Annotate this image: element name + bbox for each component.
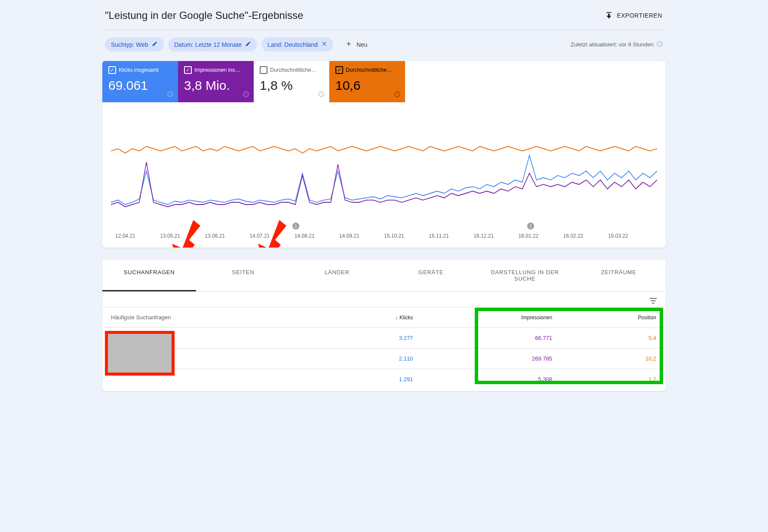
- cell-clicks: 3.277: [320, 328, 422, 349]
- metric-pos[interactable]: Durchschnittliche…10,6?: [329, 61, 405, 102]
- download-icon: [605, 11, 613, 21]
- page-header: "Leistung in der Google Suche"-Ergebniss…: [102, 5, 666, 30]
- metric-label: Klicks insgesamt: [119, 67, 159, 73]
- export-button[interactable]: EXPORTIEREN: [605, 11, 662, 21]
- tabs: SUCHANFRAGENSEITENLÄNDERGERÄTEDARSTELLUN…: [102, 260, 666, 292]
- checkbox-icon: [260, 66, 267, 74]
- help-icon[interactable]: ?: [656, 40, 663, 49]
- help-icon[interactable]: ?: [318, 91, 325, 99]
- chip-label: Datum: Letzte 12 Monate: [174, 41, 242, 48]
- filter-chip[interactable]: Land: Deutschland: [261, 37, 333, 52]
- chart-marker[interactable]: 1: [292, 223, 299, 229]
- cell-position: 1,2: [562, 369, 666, 390]
- sort-down-icon: ↓: [395, 315, 398, 321]
- cell-clicks: 1.291: [320, 369, 422, 390]
- col-position[interactable]: Position: [562, 307, 666, 328]
- close-icon[interactable]: [321, 41, 327, 48]
- checkbox-icon: [184, 66, 192, 74]
- filter-chips: Suchtyp: WebDatum: Letzte 12 MonateLand:…: [105, 37, 372, 52]
- cell-position: 5,4: [562, 328, 666, 349]
- x-tick: 15.11.21: [429, 233, 473, 239]
- metric-impr[interactable]: Impressionen ins…3,8 Mio.?: [178, 61, 254, 102]
- svg-text:?: ?: [659, 42, 661, 46]
- metric-row: Klicks insgesamt69.061?Impressionen ins……: [102, 61, 666, 102]
- cell-impressions: 269.785: [422, 349, 562, 369]
- table-toolbar: [102, 292, 666, 307]
- tab-länder[interactable]: LÄNDER: [290, 260, 384, 291]
- last-updated-label: Zuletzt aktualisiert: vor 8 Stunden: [571, 41, 654, 48]
- svg-text:?: ?: [396, 92, 399, 96]
- results-table-wrap: Häufigste Suchanfragen ↓Klicks Impressio…: [102, 307, 666, 391]
- metric-value: 10,6: [335, 78, 399, 93]
- cell-clicks: 2.110: [320, 349, 422, 369]
- svg-text:?: ?: [320, 92, 323, 96]
- x-tick: 15.10.21: [384, 233, 429, 239]
- page-title: "Leistung in der Google Suche"-Ergebniss…: [105, 9, 303, 21]
- x-tick: 14.08.21: [295, 233, 339, 239]
- last-updated: Zuletzt aktualisiert: vor 8 Stunden ?: [571, 40, 663, 49]
- metric-value: 3,8 Mio.: [184, 78, 248, 93]
- help-icon[interactable]: ?: [394, 91, 401, 99]
- plus-icon: [345, 40, 352, 49]
- edit-icon[interactable]: [152, 41, 158, 48]
- chart-area: [102, 102, 666, 231]
- table-header-row: Häufigste Suchanfragen ↓Klicks Impressio…: [102, 307, 666, 328]
- x-tick: 19.03.22: [608, 233, 653, 239]
- chip-label: Land: Deutschland: [267, 41, 318, 48]
- metric-label: Durchschnittliche…: [346, 67, 392, 73]
- tab-zeiträume[interactable]: ZEITRÄUME: [572, 260, 666, 291]
- cell-position: 10,2: [562, 349, 666, 369]
- svg-text:?: ?: [245, 92, 247, 96]
- filter-icon[interactable]: [648, 296, 658, 307]
- metric-ctr[interactable]: Durchschnittliche…1,8 %?: [254, 61, 329, 102]
- cell-impressions: 5.308: [422, 369, 562, 390]
- performance-chart-card: Klicks insgesamt69.061?Impressionen ins……: [102, 61, 666, 248]
- x-tick: 13.05.21: [160, 233, 205, 239]
- results-card: SUCHANFRAGENSEITENLÄNDERGERÄTEDARSTELLUN…: [102, 260, 666, 391]
- cell-impressions: 66.771: [422, 328, 562, 349]
- col-query[interactable]: Häufigste Suchanfragen: [102, 307, 320, 328]
- chart-marker[interactable]: 1: [527, 223, 534, 229]
- add-filter-label: Neu: [356, 41, 368, 48]
- chart-x-axis: 12.04.2113.05.2113.06.2114.07.2114.08.21…: [102, 231, 666, 248]
- checkbox-icon: [108, 66, 116, 74]
- export-label: EXPORTIEREN: [617, 12, 662, 19]
- table-row[interactable]: 2.110269.78510,2: [102, 349, 666, 369]
- tab-darstellung-in-der-suche[interactable]: DARSTELLUNG IN DER SUCHE: [478, 260, 571, 291]
- add-filter-button[interactable]: Neu: [341, 38, 372, 51]
- x-tick: 13.06.21: [205, 233, 249, 239]
- checkbox-icon: [335, 66, 343, 74]
- table-row[interactable]: 1.2915.3081,2: [102, 369, 666, 390]
- col-clicks[interactable]: ↓Klicks: [320, 307, 422, 328]
- help-icon[interactable]: ?: [243, 91, 249, 99]
- metric-label: Impressionen ins…: [194, 67, 240, 73]
- x-tick: 16.12.21: [473, 233, 518, 239]
- metric-value: 1,8 %: [260, 78, 323, 93]
- help-icon[interactable]: ?: [167, 91, 174, 99]
- tab-geräte[interactable]: GERÄTE: [384, 260, 478, 291]
- results-table: Häufigste Suchanfragen ↓Klicks Impressio…: [102, 307, 666, 389]
- filter-chip[interactable]: Datum: Letzte 12 Monate: [168, 37, 257, 52]
- x-tick: 16.01.22: [519, 233, 563, 239]
- filter-row: Suchtyp: WebDatum: Letzte 12 MonateLand:…: [102, 30, 666, 61]
- col-impressions[interactable]: Impressionen: [422, 307, 562, 328]
- edit-icon[interactable]: [245, 41, 251, 48]
- filter-chip[interactable]: Suchtyp: Web: [105, 37, 164, 52]
- x-tick: 14.07.21: [250, 233, 295, 239]
- annotation-red-box: [105, 331, 175, 376]
- x-tick: 14.09.21: [339, 233, 384, 239]
- svg-text:?: ?: [169, 92, 172, 96]
- metric-clicks[interactable]: Klicks insgesamt69.061?: [102, 61, 178, 102]
- x-tick: 12.04.21: [115, 233, 160, 239]
- metric-value: 69.061: [108, 78, 172, 93]
- metric-label: Durchschnittliche…: [270, 67, 316, 73]
- tab-suchanfragen[interactable]: SUCHANFRAGEN: [102, 260, 196, 291]
- line-chart[interactable]: [111, 115, 657, 227]
- table-row[interactable]: 3.27766.7715,4: [102, 328, 666, 349]
- tab-seiten[interactable]: SEITEN: [196, 260, 290, 291]
- x-tick: 16.02.22: [563, 233, 608, 239]
- chip-label: Suchtyp: Web: [111, 41, 148, 48]
